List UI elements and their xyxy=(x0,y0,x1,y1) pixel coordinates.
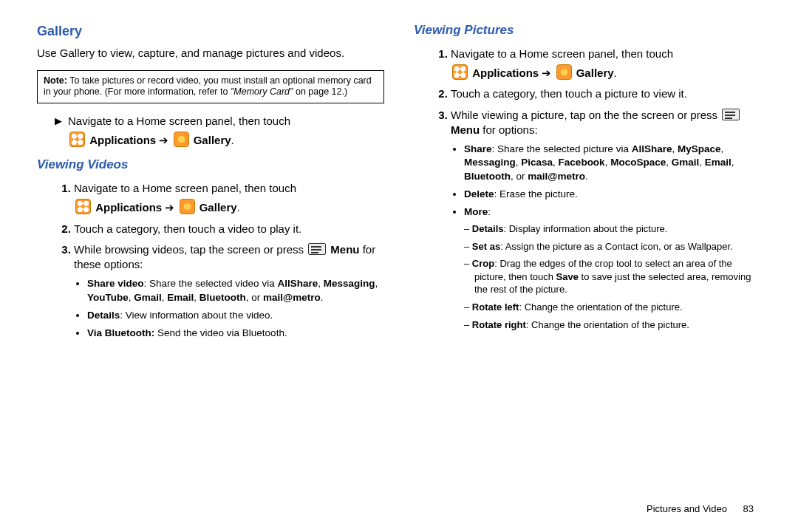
heading-viewing-pictures: Viewing Pictures xyxy=(414,22,761,39)
bv-det: Details xyxy=(87,310,120,321)
bv-em: Email xyxy=(167,292,194,303)
note-label: Note: xyxy=(44,75,67,86)
video-steps: Navigate to a Home screen panel, then to… xyxy=(37,178,384,348)
bv-yt: YouTube xyxy=(87,292,129,303)
bp-msg: Messaging xyxy=(464,157,516,168)
bp-moco: MocoSpace xyxy=(610,157,666,168)
gallery-icon xyxy=(174,132,189,147)
note-box: Note: To take pictures or record video, … xyxy=(37,70,384,103)
bv-msg: Messaging xyxy=(324,278,375,289)
v3a: While browsing videos, tap the screen or… xyxy=(74,243,307,256)
bv-share-t: : Share the selected video via xyxy=(144,278,278,289)
video-option-bluetooth: Via Bluetooth: Send the video via Blueto… xyxy=(87,324,384,342)
more-rotate-left: Rotate left: Change the orientation of t… xyxy=(474,299,761,316)
p3b: for options: xyxy=(480,123,537,136)
path-apps: Applications xyxy=(95,201,162,214)
bd3: Crop xyxy=(472,258,494,269)
bp-fb: Facebook xyxy=(559,157,605,168)
bd2: Set as xyxy=(472,241,500,252)
bd4: Rotate left xyxy=(472,301,519,313)
applications-icon xyxy=(69,132,85,147)
v-step1-text: Navigate to a Home screen panel, then to… xyxy=(74,182,296,194)
bp-em: Email xyxy=(705,157,732,168)
path-arrow: ➔ xyxy=(165,201,174,214)
bd5t: : Change the orientation of the picture. xyxy=(526,319,689,330)
gallery-intro: Use Gallery to view, capture, and manage… xyxy=(37,46,384,61)
more-setas: Set as: Assign the picture as a Contact … xyxy=(474,238,761,256)
footer-section: Pictures and Video xyxy=(647,503,727,514)
play-icon: ▶ xyxy=(55,114,62,149)
bd3s: Save xyxy=(556,271,579,282)
bv-bt: Bluetooth xyxy=(200,292,246,303)
more-crop: Crop: Drag the edges of the crop tool to… xyxy=(474,255,761,299)
bv-gm: Gmail xyxy=(134,292,162,303)
bd1t: : Display information about the picture. xyxy=(503,223,667,234)
menu-label: Menu xyxy=(451,123,480,136)
bp-del-t: : Erase the picture. xyxy=(494,188,578,200)
bp-gm: Gmail xyxy=(672,157,700,168)
bd5: Rotate right xyxy=(472,319,526,330)
path-gallery: Gallery xyxy=(200,201,237,214)
gallery-icon xyxy=(556,64,572,80)
note-text-b: on page 12.) xyxy=(293,86,347,97)
menu-label: Menu xyxy=(330,243,359,256)
bv-det-t: : View information about the video. xyxy=(120,310,273,321)
bv-all: AllShare xyxy=(277,278,318,289)
video-option-share: Share video: Share the selected video vi… xyxy=(87,275,384,306)
gallery-icon xyxy=(180,199,195,214)
bd2t: : Assign the picture as a Contact icon, … xyxy=(500,241,733,252)
picture-option-share: Share: Share the selected picture via Al… xyxy=(464,140,761,185)
bv-vbt: Via Bluetooth: xyxy=(87,327,154,338)
bp-all: AllShare xyxy=(632,143,672,154)
path-gallery: Gallery xyxy=(194,134,231,146)
path-apps: Applications xyxy=(89,134,156,146)
bp-pic: Picasa xyxy=(521,157,553,168)
bp-share: Share xyxy=(464,143,492,154)
bp-del: Delete xyxy=(464,188,494,200)
picture-path: Applications ➔ Gallery. xyxy=(451,64,761,81)
page-footer: Pictures and Video 83 xyxy=(647,502,754,516)
video-option-details: Details: View information about the vide… xyxy=(87,307,384,324)
bp-more: More xyxy=(464,206,488,217)
path-arrow: ➔ xyxy=(159,134,168,146)
path-apps: Applications xyxy=(472,66,539,79)
p3a: While viewing a picture, tap on the the … xyxy=(451,109,720,121)
heading-viewing-videos: Viewing Videos xyxy=(37,157,384,174)
more-details: Details: Display information about the p… xyxy=(474,220,761,238)
picture-option-delete: Delete: Erase the picture. xyxy=(464,185,761,203)
bp-mm: mail@metro xyxy=(528,171,585,182)
nav-text: Navigate to a Home screen panel, then to… xyxy=(68,115,290,127)
video-step-2: Touch a category, then touch a video to … xyxy=(74,219,384,239)
footer-page: 83 xyxy=(743,503,754,514)
picture-steps: Navigate to a Home screen panel, then to… xyxy=(414,44,761,343)
p1-text: Navigate to a Home screen panel, then to… xyxy=(451,47,673,60)
video-path: Applications ➔ Gallery. xyxy=(74,199,384,215)
bd4t: : Change the orientation of the picture. xyxy=(519,301,682,313)
picture-step-2: Touch a category, then touch a picture t… xyxy=(451,83,761,104)
picture-step-3: While viewing a picture, tap on the the … xyxy=(451,105,761,343)
menu-icon xyxy=(722,109,740,120)
bp-share-t: : Share the selected picture via xyxy=(492,143,632,154)
path-arrow: ➔ xyxy=(542,66,551,79)
applications-icon xyxy=(452,64,468,80)
heading-gallery: Gallery xyxy=(37,22,384,40)
path-gallery: Gallery xyxy=(576,66,614,79)
bp-my: MySpace xyxy=(678,143,721,154)
bv-mm: mail@metro xyxy=(263,292,321,303)
gallery-path: Applications ➔ Gallery. xyxy=(68,132,290,148)
note-memcard: "Memory Card" xyxy=(231,86,293,97)
bv-share: Share video xyxy=(87,278,144,289)
more-rotate-right: Rotate right: Change the orientation of … xyxy=(474,316,761,334)
menu-icon xyxy=(308,243,326,255)
picture-option-more: More: Details: Display information about… xyxy=(464,203,761,337)
video-step-1: Navigate to a Home screen panel, then to… xyxy=(74,178,384,219)
bp-bt: Bluetooth xyxy=(464,171,511,182)
bv-vbt-t: Send the video via Bluetooth. xyxy=(154,327,287,338)
picture-step-1: Navigate to a Home screen panel, then to… xyxy=(451,44,761,84)
applications-icon xyxy=(75,199,91,214)
video-step-3: While browsing videos, tap the screen or… xyxy=(74,239,384,348)
bd1: Details xyxy=(472,223,504,234)
